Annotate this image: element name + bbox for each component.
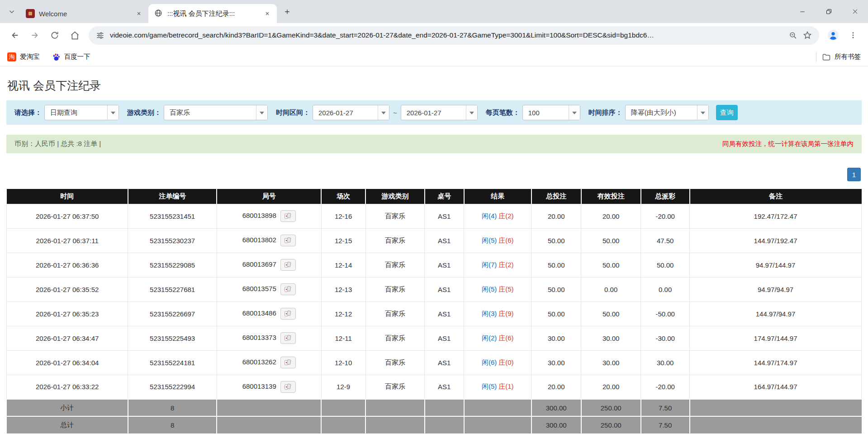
cell-payout: 47.50	[641, 228, 690, 253]
cell-session: 12-10	[321, 350, 365, 375]
cell-total-bet[interactable]: 50.00	[531, 277, 581, 301]
col-valid-bet: 有效投注	[581, 189, 641, 204]
game-result-cards-icon[interactable]	[280, 259, 296, 271]
restore-button[interactable]	[816, 0, 842, 23]
cell-game-kind: 百家乐	[365, 301, 424, 326]
cell-round-number: 680013898	[217, 204, 321, 228]
bookmark-label: 百度一下	[64, 52, 90, 61]
col-round-no: 局号	[217, 189, 321, 204]
game-result-cards-icon[interactable]	[280, 381, 296, 393]
col-time: 时间	[7, 189, 128, 204]
tab-close-icon[interactable]	[134, 9, 144, 19]
refresh-button[interactable]	[45, 26, 64, 45]
game-result-cards-icon[interactable]	[280, 283, 296, 295]
profile-avatar[interactable]	[824, 26, 843, 45]
cell-valid-bet: 30.00	[581, 326, 641, 350]
game-result-cards-icon[interactable]	[280, 210, 296, 222]
currency-summary: 币别：人民币 | 总共 :8 注单 |	[14, 140, 101, 148]
grand-total-label: 总计	[7, 416, 128, 433]
table-row: 2026-01-27 06:34:04 523155224181 6800132…	[7, 350, 862, 375]
result-banker: 庄(6)	[498, 334, 513, 342]
game-result-cards-icon[interactable]	[280, 235, 296, 246]
cell-session: 12-12	[321, 301, 365, 326]
cell-total-bet[interactable]: 20.00	[531, 204, 581, 228]
menu-icon[interactable]	[844, 26, 863, 45]
sort-select[interactable]: 降幂(由大到小)	[625, 105, 709, 120]
game-result-cards-icon[interactable]	[280, 332, 296, 344]
cell-total-bet[interactable]: 30.00	[531, 326, 581, 350]
tab-welcome[interactable]: Welcome	[20, 4, 148, 23]
home-button[interactable]	[65, 26, 84, 45]
chevron-down-icon	[8, 8, 16, 16]
bookmark-star-icon[interactable]	[803, 31, 812, 40]
pagination-page-1[interactable]: 1	[847, 168, 861, 181]
cell-round-number: 680013697	[217, 253, 321, 277]
cell-round-number: 680013262	[217, 350, 321, 375]
col-total-bet: 总投注	[531, 189, 581, 204]
chevron-down-icon[interactable]	[256, 105, 267, 120]
cell-total-bet[interactable]: 30.00	[531, 350, 581, 375]
cell-result: 闲(3)庄(9)	[464, 301, 531, 326]
table-row: 2026-01-27 06:35:23 523155226697 6800134…	[7, 301, 862, 326]
taobao-icon: 淘	[7, 52, 16, 61]
chevron-down-icon[interactable]	[466, 105, 477, 120]
table-row: 2026-01-27 06:33:22 523155222994 6800131…	[7, 375, 862, 399]
result-player: 闲(5)	[482, 285, 497, 293]
url-text[interactable]: videoie.com/game/betrecord_search/kind3?…	[110, 31, 783, 39]
cell-bet-number: 523155229085	[128, 253, 217, 277]
game-result-cards-icon[interactable]	[280, 308, 296, 320]
cell-table-number: AS1	[425, 375, 464, 399]
cell-session: 12-11	[321, 326, 365, 350]
cell-game-kind: 百家乐	[365, 204, 424, 228]
col-session: 场次	[321, 189, 365, 204]
cell-total-bet[interactable]: 20.00	[531, 375, 581, 399]
query-type-select[interactable]: 日期查询	[44, 105, 119, 120]
site-settings-icon[interactable]	[96, 31, 104, 40]
tab-betrecord[interactable]: :::视讯 会员下注纪录:::	[148, 4, 277, 23]
url-bar[interactable]: videoie.com/game/betrecord_search/kind3?…	[89, 26, 819, 45]
round-number: 680013575	[242, 285, 276, 292]
chevron-down-icon[interactable]	[697, 105, 708, 120]
cell-valid-bet: 50.00	[581, 228, 641, 253]
cell-table-number: AS1	[425, 253, 464, 277]
back-button[interactable]	[5, 26, 24, 45]
bookmark-aitaobao[interactable]: 淘 爱淘宝	[7, 50, 40, 64]
game-result-cards-icon[interactable]	[280, 357, 296, 368]
search-button[interactable]: 查询	[716, 105, 738, 120]
table-header-row: 时间 注单编号 局号 场次 游戏类别 桌号 结果 总投注 有效投注 总派彩 备注	[7, 189, 862, 204]
cell-bet-number: 523155225493	[128, 326, 217, 350]
cell-total-bet[interactable]: 50.00	[531, 253, 581, 277]
date-end-select[interactable]: 2026-01-27	[401, 105, 478, 120]
forward-button[interactable]	[25, 26, 44, 45]
cell-payout: -50.00	[641, 301, 690, 326]
grand-total-payout: 7.50	[641, 416, 690, 433]
col-payout: 总派彩	[641, 189, 690, 204]
window-controls	[789, 0, 868, 23]
game-kind-select[interactable]: 百家乐	[164, 105, 268, 120]
col-table-no: 桌号	[425, 189, 464, 204]
tab-close-icon[interactable]	[262, 9, 272, 19]
bookmark-baidu[interactable]: 百度一下	[52, 50, 90, 64]
minimize-button[interactable]	[789, 0, 816, 23]
result-banker: 庄(6)	[498, 236, 513, 244]
chevron-down-icon[interactable]	[378, 105, 389, 120]
close-button[interactable]	[842, 0, 868, 23]
result-player: 闲(4)	[482, 212, 497, 220]
cell-result: 闲(4)庄(2)	[464, 204, 531, 228]
per-page-select[interactable]: 100	[522, 105, 580, 120]
cell-total-bet[interactable]: 50.00	[531, 228, 581, 253]
round-number: 680013373	[242, 334, 276, 341]
round-number: 680013262	[242, 358, 276, 366]
cell-total-bet[interactable]: 50.00	[531, 301, 581, 326]
tab-search-button[interactable]	[5, 5, 19, 19]
date-start-select[interactable]: 2026-01-27	[313, 105, 389, 120]
cell-time: 2026-01-27 06:35:52	[7, 277, 128, 301]
all-bookmarks-button[interactable]: 所有书签	[822, 50, 861, 64]
bookmarks-bar: 淘 爱淘宝 百度一下 所有书签	[0, 47, 868, 66]
table-row: 2026-01-27 06:35:52 523155227681 6800135…	[7, 277, 862, 301]
chevron-down-icon[interactable]	[569, 105, 580, 120]
zoom-icon[interactable]	[789, 31, 797, 40]
navigation-bar: videoie.com/game/betrecord_search/kind3?…	[0, 23, 868, 47]
new-tab-button[interactable]	[280, 4, 295, 19]
chevron-down-icon[interactable]	[107, 105, 119, 120]
